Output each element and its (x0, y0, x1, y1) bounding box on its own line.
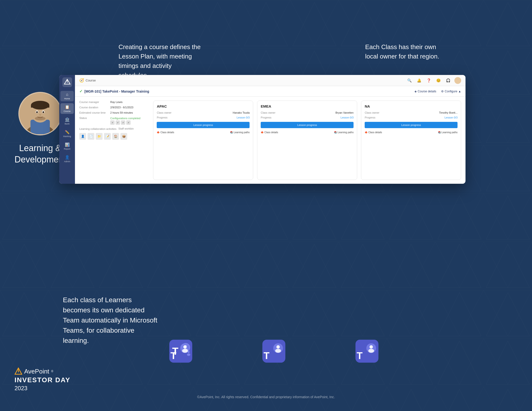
app-content-area: 🧭 Course 🔍 🔔 ❓ 😊 🎧 ✓ [MGR-101] TakePoint… (75, 75, 466, 184)
status-dot-1: ✓ (110, 120, 115, 125)
svg-point-40 (187, 354, 190, 356)
avatar (18, 92, 62, 135)
status-dot-3: ✓ (121, 120, 125, 125)
admin-icon: 👤 (65, 155, 70, 159)
course-icon: 📋 (65, 105, 70, 109)
na-card-actions: 🍁 Class details 📚 Learning paths (365, 131, 457, 134)
manager-value: Ray Lewis (110, 101, 123, 103)
sidebar-label-report: Report (64, 148, 70, 150)
sidebar-item-course[interactable]: 📋 Course (60, 103, 74, 114)
collab-icon-6[interactable]: 📦 (120, 133, 127, 140)
learning-development-title: Learning & Development (15, 143, 66, 165)
headphone-icon[interactable]: 🎧 (445, 77, 451, 84)
manager-row: Course manager Ray Lewis (79, 101, 147, 103)
manager-label: Course manager (79, 101, 108, 103)
bank-icon: 🏦 (65, 117, 70, 122)
callout-top-left: Creating a course defines the Lesson Pla… (118, 42, 201, 80)
avepoint-name-text: AvePoint (24, 368, 49, 375)
sidebar-item-report[interactable]: 📊 Report (60, 141, 74, 152)
status-icons: ✓ ✓ ✓ ✓ (110, 120, 141, 125)
configure-label: Configure (445, 90, 457, 93)
user-avatar[interactable] (454, 77, 461, 84)
class-cards: APAC Class owner Hanako Tsuda Progress L… (153, 101, 461, 180)
apac-owner-label: Class owner (157, 111, 171, 114)
apac-region: APAC (157, 104, 249, 108)
emea-class-details-link[interactable]: 🍁 Class details (261, 131, 278, 134)
footer-avepoint: AvePoint ® INVESTOR DAY 2023 (15, 367, 70, 392)
course-title-section: ✓ [MGR-101] TakePoint - Manager Training (79, 89, 149, 93)
na-learning-paths-link[interactable]: 📚 Learning paths (438, 131, 457, 134)
svg-text:T: T (171, 350, 176, 361)
emea-owner-label: Class owner (261, 111, 276, 114)
sidebar-label-marking: Marking (63, 135, 71, 138)
na-class-details-link[interactable]: 🍁 Class details (365, 131, 382, 134)
sidebar-item-home[interactable]: ⌂ Home (60, 91, 74, 101)
help-icon[interactable]: ❓ (425, 77, 432, 84)
smiley-icon[interactable]: 😊 (435, 77, 442, 84)
apac-lesson-progress-btn[interactable]: Lesson progress (157, 122, 249, 128)
estimated-label: Estimated course time (79, 111, 108, 114)
status-value: Configurations completed (110, 117, 141, 120)
search-icon[interactable]: 🔍 (406, 77, 413, 84)
apac-learning-paths-link[interactable]: 📚 Learning paths (230, 131, 249, 134)
chevron-up-icon: ▲ (458, 90, 461, 93)
emea-lesson-progress-btn[interactable]: Lesson progress (261, 122, 353, 128)
teams-icon-emea: T (262, 340, 285, 363)
class-card-emea: EMEA Class owner Bryan Vanetten Progress… (257, 101, 357, 180)
status-label: Status (79, 117, 108, 125)
collab-icon-2[interactable]: 📄 (87, 133, 94, 140)
collab-icon-1[interactable]: 👤 (79, 133, 86, 140)
report-icon: 📊 (65, 142, 70, 147)
emea-owner-row: Class owner Bryan Vanetten (261, 111, 353, 114)
sidebar-label-admin: Admin (64, 160, 70, 163)
na-progress-value: Lesson 0/3 (445, 116, 457, 119)
configure-btn[interactable]: ⚙ Configure ▲ (441, 90, 461, 93)
sidebar-item-admin[interactable]: 👤 Admin (60, 154, 74, 164)
course-title-text: [MGR-101] TakePoint - Manager Training (84, 89, 149, 93)
svg-text:T: T (357, 350, 362, 361)
apac-class-details-link[interactable]: 🍁 Class details (157, 131, 174, 134)
topbar-icons: 🔍 🔔 ❓ 😊 🎧 (406, 77, 461, 84)
course-details-left: Course manager Ray Lewis Course duration… (79, 101, 147, 180)
na-owner-label: Class owner (365, 111, 380, 114)
course-info-area: Course manager Ray Lewis Course duration… (75, 97, 466, 184)
course-details-icon: ◈ (415, 90, 417, 93)
na-region: NA (365, 104, 457, 108)
emea-progress-value: Lesson 0/3 (341, 116, 353, 119)
na-progress-label: Progress (365, 116, 375, 119)
avepoint-logo: AvePoint ® (15, 367, 70, 375)
status-row: Status Configurations completed ✓ ✓ ✓ ✓ (79, 117, 147, 125)
svg-point-27 (35, 117, 46, 120)
svg-point-52 (370, 345, 373, 349)
class-card-apac: APAC Class owner Hanako Tsuda Progress L… (153, 101, 253, 180)
na-progress-row: Progress Lesson 0/3 (365, 116, 457, 119)
breadcrumb-text: Course (86, 79, 96, 82)
footer-copyright: ©AvePoint, Inc. All rights reserved. Con… (197, 395, 335, 399)
na-lesson-progress-btn[interactable]: Lesson progress (365, 122, 457, 128)
collab-icon-5[interactable]: 🏠 (112, 133, 119, 140)
course-details-btn[interactable]: ◈ Course details (415, 90, 436, 93)
bell-icon[interactable]: 🔔 (416, 77, 422, 84)
bottom-callout: Each class of Learners becomes its own d… (63, 295, 160, 346)
sidebar-item-bank[interactable]: 🏦 Bank (60, 116, 74, 126)
marking-icon: ✏️ (65, 130, 70, 134)
class-card-na: NA Class owner Timothy Boett... Progress… (361, 101, 461, 180)
emea-learning-paths-link[interactable]: 📚 Learning paths (334, 131, 353, 134)
collab-icons: 👤 📄 📁 📝 🏠 📦 (79, 133, 147, 140)
na-owner-row: Class owner Timothy Boett... (365, 111, 457, 114)
duration-row: Course duration 2/9/2023 - 6/1/2023 (79, 106, 147, 109)
emea-progress-label: Progress (261, 116, 271, 119)
emea-owner-value: Bryan Vanetten (335, 111, 353, 114)
collab-icon-3[interactable]: 📁 (96, 133, 103, 140)
svg-rect-22 (31, 105, 49, 108)
collab-icon-4[interactable]: 📝 (104, 133, 111, 140)
course-details-label: Course details (418, 90, 436, 93)
course-header: ✓ [MGR-101] TakePoint - Manager Training… (75, 86, 466, 97)
apac-owner-value: Hanako Tsuda (233, 111, 249, 114)
sidebar-label-course: Course (64, 110, 71, 112)
emea-region: EMEA (261, 104, 353, 108)
svg-point-47 (276, 345, 280, 349)
estimated-row: Estimated course time 2 hours 59 minutes (79, 111, 147, 114)
sidebar-item-marking[interactable]: ✏️ Marking (60, 128, 74, 139)
svg-point-26 (43, 111, 44, 113)
